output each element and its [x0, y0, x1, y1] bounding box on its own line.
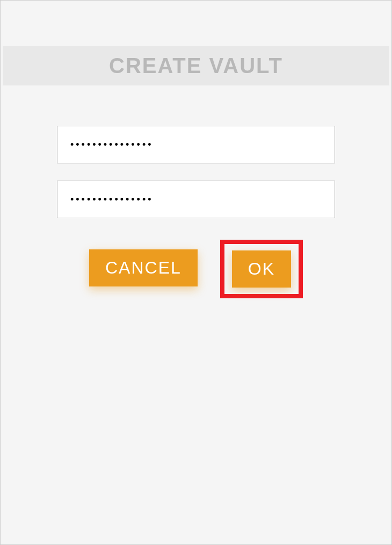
cancel-button[interactable]: CANCEL: [89, 249, 198, 286]
confirm-password-input[interactable]: [57, 181, 335, 218]
button-row: CANCEL OK: [57, 249, 335, 298]
ok-button[interactable]: OK: [232, 250, 291, 288]
spacer: [57, 163, 335, 181]
create-vault-dialog: CREATE VAULT CANCEL OK: [1, 1, 391, 544]
password-input[interactable]: [57, 126, 335, 163]
form-area: CANCEL OK: [1, 85, 391, 298]
dialog-title: CREATE VAULT: [3, 54, 389, 78]
ok-button-highlight: OK: [220, 240, 303, 298]
dialog-header: CREATE VAULT: [3, 46, 389, 85]
